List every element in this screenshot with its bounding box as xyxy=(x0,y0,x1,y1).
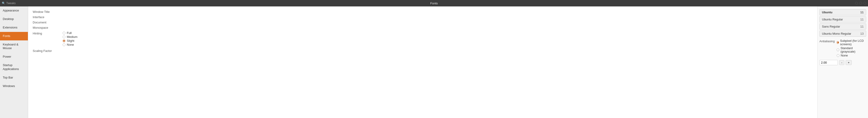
scaling-increment-button[interactable]: + xyxy=(846,60,851,65)
hinting-full[interactable]: Full xyxy=(63,31,78,35)
right-panel: Ubuntu 11 Ubuntu Regular 11 Sans Regular… xyxy=(817,6,868,118)
document-label: Document xyxy=(33,21,63,24)
window-title-row: Window Title xyxy=(33,10,813,13)
sidebar-item-keyboard-mouse[interactable]: Keyboard & Mouse xyxy=(0,40,28,53)
hinting-label: Hinting xyxy=(33,31,63,35)
hinting-slight-radio[interactable] xyxy=(63,39,65,42)
hinting-none-label: None xyxy=(67,43,74,46)
antialiasing-none-label: None xyxy=(841,54,848,57)
hinting-full-radio[interactable] xyxy=(63,32,65,34)
font-name-ubuntu-mono: Ubuntu Mono Regular xyxy=(822,32,858,35)
sidebar-item-startup-applications[interactable]: Startup Applications xyxy=(0,61,28,74)
font-size-sans-regular: 11 xyxy=(860,25,864,28)
main-layout: Appearance Desktop Extensions Fonts Keyb… xyxy=(0,6,868,118)
monospace-row: Monospace xyxy=(33,26,813,29)
scaling-factor-input[interactable] xyxy=(819,60,838,65)
sidebar-item-extensions[interactable]: Extensions xyxy=(0,24,28,32)
font-name-sans-regular: Sans Regular xyxy=(822,25,858,28)
sidebar-item-power[interactable]: Power xyxy=(0,52,28,61)
window-title-label: Window Title xyxy=(33,10,63,13)
close-button[interactable] xyxy=(863,2,866,5)
sidebar-item-desktop[interactable]: Desktop xyxy=(0,15,28,24)
hinting-medium-radio[interactable] xyxy=(63,36,65,38)
hinting-medium[interactable]: Medium xyxy=(63,35,78,39)
scaling-decrement-button[interactable]: - xyxy=(839,60,844,65)
antialiasing-standard[interactable]: Standard (grayscale) xyxy=(837,46,866,53)
antialiasing-standard-label: Standard (grayscale) xyxy=(841,46,866,53)
font-button-ubuntu-regular[interactable]: Ubuntu Regular 11 xyxy=(819,16,866,23)
font-button-ubuntu[interactable]: Ubuntu 11 xyxy=(819,9,866,15)
interface-row: Interface xyxy=(33,15,813,19)
sidebar-item-appearance[interactable]: Appearance xyxy=(0,6,28,15)
window-controls xyxy=(855,2,866,5)
font-button-ubuntu-mono[interactable]: Ubuntu Mono Regular 13 xyxy=(819,31,866,37)
interface-label: Interface xyxy=(33,15,63,19)
hinting-section: Hinting Full Medium Slight None xyxy=(33,31,813,46)
hinting-options: Full Medium Slight None xyxy=(63,31,78,46)
antialiasing-subpixel[interactable]: Subpixel (for LCD screens) xyxy=(837,39,866,46)
font-size-ubuntu-regular: 11 xyxy=(860,18,864,21)
font-name-ubuntu-regular: Ubuntu Regular xyxy=(822,18,858,21)
antialiasing-subpixel-radio[interactable] xyxy=(837,41,839,44)
font-button-sans-regular[interactable]: Sans Regular 11 xyxy=(819,24,866,30)
antialiasing-section: Antialiasing Subpixel (for LCD screens) … xyxy=(817,39,868,57)
search-area[interactable]: 🔍 Tweaks xyxy=(2,2,16,5)
sidebar: Appearance Desktop Extensions Fonts Keyb… xyxy=(0,6,28,118)
font-name-ubuntu: Ubuntu xyxy=(822,10,858,14)
hinting-medium-label: Medium xyxy=(67,35,78,39)
document-row: Document xyxy=(33,21,813,24)
hinting-slight-label: Slight xyxy=(67,39,74,42)
antialiasing-subpixel-label: Subpixel (for LCD screens) xyxy=(840,39,866,46)
app-name: Tweaks xyxy=(6,2,16,5)
search-icon: 🔍 xyxy=(2,2,5,5)
antialiasing-none[interactable]: None xyxy=(837,54,866,57)
minimize-button[interactable] xyxy=(855,2,858,5)
hinting-slight[interactable]: Slight xyxy=(63,39,78,42)
sidebar-item-top-bar[interactable]: Top Bar xyxy=(0,74,28,82)
scaling-factor-row: Scaling Factor xyxy=(33,49,813,52)
monospace-label: Monospace xyxy=(33,26,63,29)
font-size-ubuntu: 11 xyxy=(860,10,864,14)
hinting-full-label: Full xyxy=(67,31,72,35)
sidebar-item-fonts[interactable]: Fonts xyxy=(0,32,28,40)
hinting-none-radio[interactable] xyxy=(63,43,65,46)
window-title: Fonts xyxy=(430,2,438,5)
antialiasing-options: Subpixel (for LCD screens) Standard (gra… xyxy=(837,39,866,57)
content-area: Window Title Interface Document Monospac… xyxy=(28,6,817,118)
maximize-button[interactable] xyxy=(859,2,862,5)
scaling-factor-label: Scaling Factor xyxy=(33,49,63,52)
antialiasing-standard-radio[interactable] xyxy=(837,48,839,51)
scaling-factor-control: - + xyxy=(817,60,868,65)
hinting-none[interactable]: None xyxy=(63,43,78,46)
antialiasing-label: Antialiasing xyxy=(819,39,835,43)
sidebar-item-windows[interactable]: Windows xyxy=(0,82,28,90)
font-size-ubuntu-mono: 13 xyxy=(860,32,864,35)
antialiasing-none-radio[interactable] xyxy=(837,54,839,57)
title-bar: 🔍 Tweaks Fonts xyxy=(0,0,868,6)
